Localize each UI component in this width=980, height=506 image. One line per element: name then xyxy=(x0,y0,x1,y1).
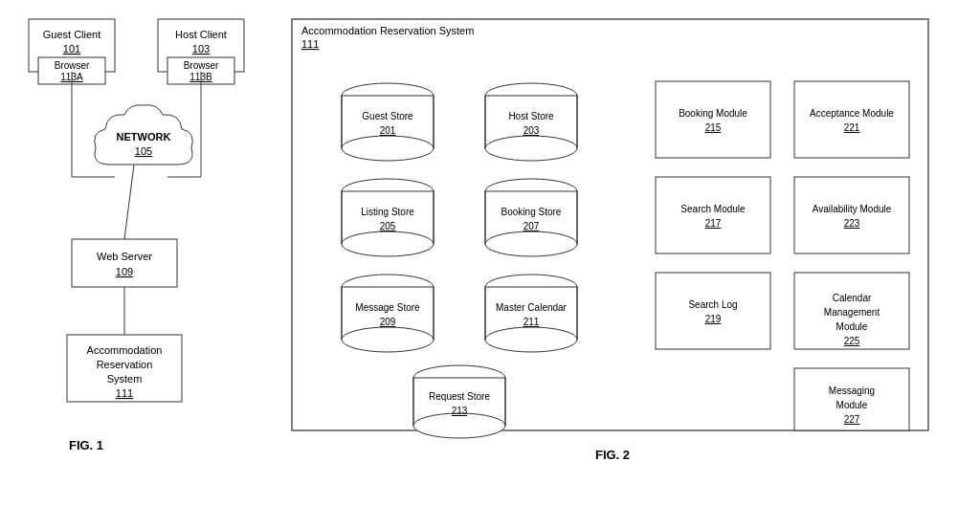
svg-text:Web Server: Web Server xyxy=(97,251,152,262)
svg-text:203: 203 xyxy=(523,125,540,136)
svg-point-43 xyxy=(485,136,577,161)
svg-text:225: 225 xyxy=(844,336,860,346)
svg-text:Acceptance Module: Acceptance Module xyxy=(810,108,894,119)
svg-point-56 xyxy=(342,231,434,256)
fig1: Guest Client 101 Browser 113A Host Clien… xyxy=(10,10,278,496)
svg-text:105: 105 xyxy=(135,145,152,157)
svg-point-83 xyxy=(485,327,577,352)
svg-text:207: 207 xyxy=(523,221,540,231)
svg-text:219: 219 xyxy=(705,314,722,324)
svg-text:FIG. 1: FIG. 1 xyxy=(69,438,103,452)
svg-text:221: 221 xyxy=(844,122,860,133)
fig2: Accommodation Reservation System 111 Gue… xyxy=(287,10,970,496)
svg-text:101: 101 xyxy=(63,43,80,55)
svg-rect-49 xyxy=(794,81,909,158)
svg-text:Master Calendar: Master Calendar xyxy=(496,302,568,313)
svg-text:111: 111 xyxy=(301,38,319,50)
svg-text:213: 213 xyxy=(452,406,468,416)
svg-text:Module: Module xyxy=(836,400,868,410)
svg-text:205: 205 xyxy=(380,221,396,231)
svg-rect-46 xyxy=(656,81,770,158)
svg-text:Availability Module: Availability Module xyxy=(813,204,892,214)
svg-text:211: 211 xyxy=(523,317,540,327)
svg-text:217: 217 xyxy=(705,218,722,229)
svg-rect-66 xyxy=(656,177,770,253)
svg-text:NETWORK: NETWORK xyxy=(117,131,171,143)
svg-text:Guest Store: Guest Store xyxy=(362,111,413,121)
fig2-svg: Accommodation Reservation System 111 Gue… xyxy=(287,10,938,478)
svg-text:Request Store: Request Store xyxy=(429,391,490,402)
svg-rect-86 xyxy=(656,273,770,349)
svg-text:Booking Module: Booking Module xyxy=(679,108,747,119)
svg-text:Module: Module xyxy=(836,321,868,332)
svg-text:227: 227 xyxy=(844,414,860,425)
svg-text:Browser: Browser xyxy=(184,60,219,71)
svg-point-76 xyxy=(342,327,434,352)
svg-text:Host Store: Host Store xyxy=(508,111,554,121)
svg-text:103: 103 xyxy=(192,43,210,55)
svg-text:109: 109 xyxy=(116,266,133,277)
svg-text:Search Log: Search Log xyxy=(688,299,737,310)
svg-point-36 xyxy=(342,136,434,161)
svg-text:Search Module: Search Module xyxy=(680,204,746,214)
svg-text:Accommodation: Accommodation xyxy=(87,344,163,356)
svg-rect-69 xyxy=(794,177,909,253)
fig1-content: Guest Client 101 Browser 113A Host Clien… xyxy=(10,10,278,496)
svg-rect-19 xyxy=(72,239,177,287)
svg-text:Accommodation Reservation Syst: Accommodation Reservation System xyxy=(301,25,474,36)
svg-text:215: 215 xyxy=(705,122,722,133)
svg-text:Message Store: Message Store xyxy=(355,302,420,313)
svg-text:System: System xyxy=(107,373,143,385)
svg-text:Calendar: Calendar xyxy=(833,293,872,303)
svg-point-63 xyxy=(485,231,577,256)
svg-text:Guest Client: Guest Client xyxy=(43,29,101,40)
svg-text:111: 111 xyxy=(116,387,133,399)
svg-point-98 xyxy=(413,413,505,438)
svg-text:Reservation: Reservation xyxy=(97,359,153,370)
svg-text:FIG. 2: FIG. 2 xyxy=(595,448,630,462)
fig1-svg: Guest Client 101 Browser 113A Host Clien… xyxy=(10,10,268,459)
svg-text:Listing Store: Listing Store xyxy=(361,207,414,217)
svg-text:Management: Management xyxy=(824,307,880,318)
svg-text:209: 209 xyxy=(380,317,396,327)
svg-line-18 xyxy=(124,165,134,239)
svg-text:Messaging: Messaging xyxy=(829,385,875,396)
diagram-container: Guest Client 101 Browser 113A Host Clien… xyxy=(0,0,980,506)
svg-text:Host Client: Host Client xyxy=(175,29,227,40)
svg-text:Booking Store: Booking Store xyxy=(501,207,562,217)
svg-text:201: 201 xyxy=(380,125,396,136)
svg-text:Browser: Browser xyxy=(55,60,90,71)
svg-text:223: 223 xyxy=(844,218,860,229)
